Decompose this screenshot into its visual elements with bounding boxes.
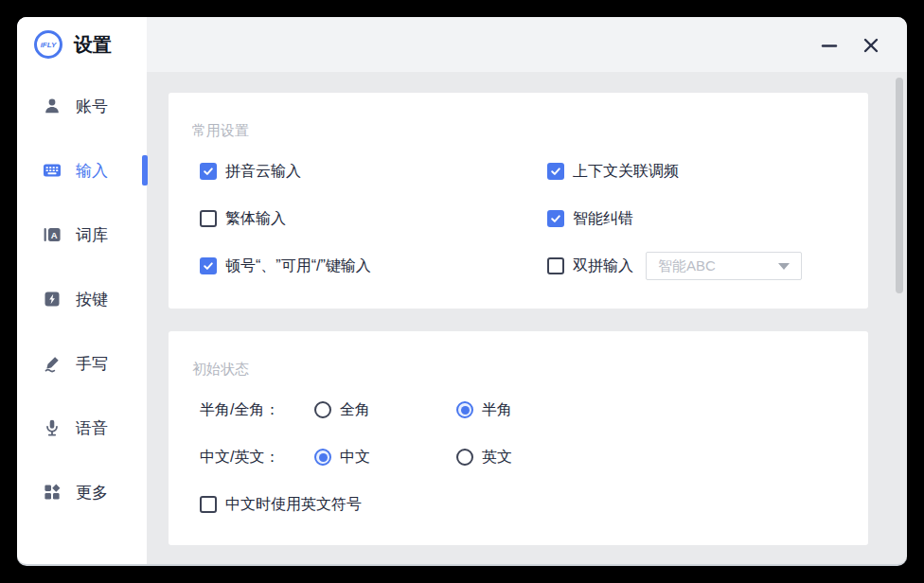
checkbox-smart-correction[interactable]: 智能纠错 <box>547 209 868 229</box>
radio-label: 半角 <box>482 400 512 420</box>
dropdown-value: 智能ABC <box>658 257 716 275</box>
hotkey-icon <box>42 289 62 309</box>
ifly-logo-icon: iFLY <box>34 30 62 59</box>
window-controls <box>816 32 884 59</box>
radio-group-label: 半角/全角： <box>200 400 314 420</box>
checkbox-label: 顿号“、”可用“/”键输入 <box>225 256 371 276</box>
radio-selected-icon <box>314 449 331 466</box>
microphone-icon <box>42 417 62 438</box>
radio-selected-icon <box>456 401 473 418</box>
checkbox-pinyin-cloud[interactable]: 拼音云输入 <box>200 162 547 182</box>
sidebar: iFLY 设置 账号 <box>17 17 147 564</box>
sidebar-item-handwriting[interactable]: 手写 <box>17 331 147 396</box>
radio-label: 中文 <box>340 448 370 468</box>
sidebar-item-account[interactable]: 账号 <box>17 74 147 138</box>
sidebar-item-label: 更多 <box>76 482 108 504</box>
close-icon <box>862 36 880 55</box>
radio-unselected-icon <box>314 401 331 418</box>
checkbox-checked-icon <box>200 257 217 274</box>
radio-group-label: 中文/英文： <box>200 448 314 468</box>
active-indicator <box>142 155 148 186</box>
checkbox-unchecked-icon <box>200 496 217 513</box>
checkbox-english-symbols-in-chinese[interactable]: 中文时使用英文符号 <box>200 495 362 515</box>
checkbox-traditional-input[interactable]: 繁体输入 <box>200 209 547 229</box>
titlebar <box>17 17 907 72</box>
checkbox-checked-icon <box>547 210 564 227</box>
sidebar-item-label: 手写 <box>76 353 108 375</box>
close-button[interactable] <box>858 32 884 59</box>
shuangpin-scheme-dropdown[interactable]: 智能ABC <box>646 252 802 280</box>
common-settings-card: 常用设置 拼音云输入 上下文关联调频 繁体输入 <box>169 93 868 309</box>
brand: iFLY 设置 <box>17 17 147 59</box>
svg-text:A: A <box>51 230 58 240</box>
checkbox-label: 智能纠错 <box>573 209 633 229</box>
sidebar-item-label: 语音 <box>76 417 108 439</box>
sidebar-item-label: 词库 <box>76 224 108 246</box>
dictionary-icon: A <box>42 224 62 245</box>
checkbox-dunhao-slash-key[interactable]: 顿号“、”可用“/”键输入 <box>200 256 547 276</box>
sidebar-item-more[interactable]: 更多 <box>17 460 147 524</box>
checkbox-label: 双拼输入 <box>573 256 633 276</box>
chevron-down-icon <box>778 263 790 270</box>
section-title: 常用设置 <box>169 93 868 148</box>
minimize-button[interactable] <box>816 32 843 59</box>
checkbox-unchecked-icon <box>547 257 564 274</box>
keyboard-icon <box>42 160 62 181</box>
radio-label: 全角 <box>340 400 370 420</box>
sidebar-item-lexicon[interactable]: A 词库 <box>17 203 147 267</box>
logo-text: iFLY <box>41 41 57 49</box>
scrollbar-thumb[interactable] <box>896 78 903 293</box>
section-title: 初始状态 <box>169 331 868 386</box>
settings-window: iFLY 设置 账号 <box>17 17 907 566</box>
checkbox-checked-icon <box>200 163 217 180</box>
radio-unselected-icon <box>456 449 473 466</box>
checkbox-label: 繁体输入 <box>225 209 286 229</box>
initial-state-card: 初始状态 半角/全角： 全角 半角 中文/英文： 中文 <box>169 331 868 545</box>
sidebar-nav: 账号 <box>17 74 147 524</box>
radio-halfwidth[interactable]: 半角 <box>456 400 868 420</box>
radio-chinese[interactable]: 中文 <box>314 448 456 468</box>
sidebar-item-label: 按键 <box>76 289 108 310</box>
sidebar-item-keys[interactable]: 按键 <box>17 267 147 331</box>
radio-english[interactable]: 英文 <box>456 448 868 468</box>
sidebar-item-label: 账号 <box>76 96 108 117</box>
radio-label: 英文 <box>482 448 512 468</box>
checkbox-unchecked-icon <box>200 210 217 227</box>
sidebar-item-voice[interactable]: 语音 <box>17 396 147 460</box>
more-grid-icon <box>42 482 62 503</box>
radio-fullwidth[interactable]: 全角 <box>314 400 456 420</box>
sidebar-item-label: 输入 <box>76 160 108 182</box>
checkbox-label: 上下文关联调频 <box>573 162 679 182</box>
checkbox-label: 拼音云输入 <box>225 162 301 182</box>
checkbox-context-tuning[interactable]: 上下文关联调频 <box>547 162 868 182</box>
checkbox-checked-icon <box>547 163 564 180</box>
checkbox-label: 中文时使用英文符号 <box>225 495 362 515</box>
page-title: 设置 <box>74 32 112 58</box>
shuangpin-row: 双拼输入 智能ABC <box>547 252 868 280</box>
user-icon <box>42 96 62 116</box>
sidebar-item-input[interactable]: 输入 <box>17 138 147 203</box>
checkbox-shuangpin-input[interactable]: 双拼输入 <box>547 256 633 276</box>
minimize-icon <box>820 36 839 55</box>
handwriting-icon <box>42 353 62 374</box>
